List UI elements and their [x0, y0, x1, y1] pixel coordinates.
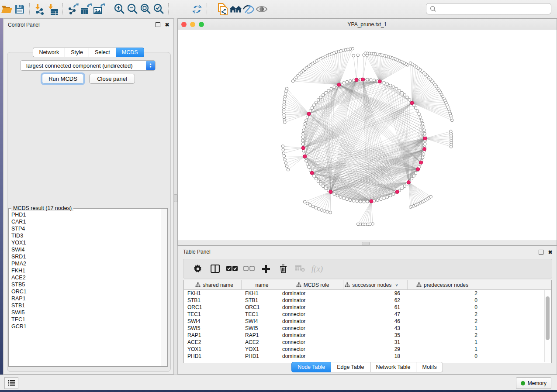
mcds-list-scrollbar[interactable] — [161, 209, 167, 366]
mcds-node-item[interactable]: SWI4 — [11, 246, 161, 253]
horizontal-splitter[interactable] — [178, 241, 557, 245]
tab-mcds[interactable]: MCDS — [116, 48, 144, 57]
column-header-shared-name[interactable]: shared name — [184, 280, 242, 289]
column-header-MCDS-role[interactable]: MCDS role — [279, 280, 343, 289]
export-image-icon[interactable] — [93, 3, 106, 16]
mcds-node-item[interactable]: SWI5 — [11, 309, 161, 316]
tab-network-table[interactable]: Network Table — [370, 362, 416, 372]
table-settings-icon[interactable] — [191, 263, 204, 275]
import-table-icon[interactable] — [46, 3, 59, 16]
import-network-icon[interactable] — [33, 3, 46, 16]
sort-descending-icon: ∨ — [395, 282, 398, 287]
mcds-node-item[interactable]: RAP1 — [11, 295, 161, 302]
mcds-node-item[interactable]: GCR1 — [11, 323, 161, 330]
table-cell: 1 — [408, 339, 483, 345]
export-session-icon[interactable] — [216, 3, 229, 16]
optimization-criterion-select[interactable]: largest connected component (undirected)… — [20, 60, 156, 71]
mcds-node-item[interactable]: FKH1 — [11, 267, 161, 274]
column-header-name[interactable]: name — [242, 280, 279, 289]
table-cell: YOX1 — [242, 346, 279, 352]
network-canvas[interactable] — [178, 30, 557, 241]
zoom-selected-icon[interactable] — [152, 3, 165, 16]
mcds-node-item[interactable]: YOX1 — [11, 239, 161, 246]
mcds-node-item[interactable]: PHD1 — [11, 211, 161, 218]
close-panel-icon[interactable]: ✖ — [547, 249, 553, 255]
table-cell: ORC1 — [242, 304, 279, 310]
table-cell: connector — [279, 346, 343, 352]
mcds-node-item[interactable]: TEC1 — [11, 316, 161, 323]
mcds-node-item[interactable]: SRD1 — [11, 253, 161, 260]
select-all-rows-icon[interactable] — [225, 263, 239, 275]
table-cell: FKH1 — [184, 290, 242, 296]
column-header-predecessor-nodes[interactable]: predecessor nodes — [408, 280, 483, 289]
column-header-filler — [483, 280, 551, 289]
table-row[interactable]: FKH1FKH1dominator962 — [184, 290, 551, 297]
memory-button[interactable]: Memory — [516, 377, 551, 389]
delete-column-icon[interactable] — [277, 263, 290, 275]
table-row[interactable]: SWI4SWI4dominator462 — [184, 318, 551, 325]
network-window-titlebar[interactable]: YPA_prune.txt_1 — [178, 19, 557, 30]
column-header-label: shared name — [203, 282, 233, 288]
table-row[interactable]: PHD1PHD1dominator180 — [184, 353, 551, 360]
open-file-icon[interactable] — [0, 3, 13, 16]
table-row[interactable]: TEC1TEC1connector472 — [184, 311, 551, 318]
mcds-node-item[interactable]: STB5 — [11, 281, 161, 288]
add-column-icon[interactable] — [259, 263, 273, 275]
tab-network[interactable]: Network — [33, 48, 65, 57]
export-table-icon[interactable] — [80, 3, 93, 16]
toolbar-separator — [207, 3, 208, 15]
mcds-node-item[interactable]: TID3 — [11, 232, 161, 239]
table-cell: 2 — [408, 332, 483, 338]
float-panel-icon[interactable] — [538, 249, 544, 255]
tab-node-table[interactable]: Node Table — [291, 362, 331, 372]
mcds-node-item[interactable]: ACE2 — [11, 274, 161, 281]
table-scrollbar[interactable] — [544, 290, 551, 362]
tab-select[interactable]: Select — [89, 48, 116, 57]
mcds-node-item[interactable]: STB1 — [11, 302, 161, 309]
deselect-all-rows-icon[interactable] — [242, 263, 256, 275]
mcds-node-item[interactable]: ORC1 — [11, 288, 161, 295]
run-mcds-button[interactable]: Run MCDS — [42, 74, 84, 84]
table-cell: dominator — [279, 290, 343, 296]
table-row[interactable]: ORC1ORC1dominator610 — [184, 304, 551, 311]
network-canvas-svg — [178, 30, 557, 241]
control-panel-tabs: NetworkStyleSelectMCDS — [3, 48, 173, 57]
table-row[interactable]: SWI5SWI5connector431 — [184, 325, 551, 332]
tab-edge-table[interactable]: Edge Table — [331, 362, 370, 372]
close-panel-icon[interactable]: ✖ — [164, 22, 170, 28]
list-icon — [8, 380, 15, 386]
style-preview-icon[interactable] — [242, 3, 255, 16]
task-history-button[interactable] — [4, 377, 18, 389]
table-row[interactable]: STB1STB1dominator620 — [184, 297, 551, 304]
mcds-node-item[interactable]: PMA2 — [11, 260, 161, 267]
scrollbar-thumb[interactable] — [546, 296, 550, 340]
close-panel-button[interactable]: Close panel — [89, 74, 135, 84]
table-row[interactable]: ACE2ACE2connector311 — [184, 339, 551, 346]
splitter-handle[interactable] — [362, 242, 370, 245]
export-network-icon[interactable] — [66, 3, 80, 16]
column-header-successor-nodes[interactable]: successor nodes∨ — [343, 280, 408, 289]
vertical-splitter[interactable] — [174, 18, 177, 375]
search-input[interactable] — [439, 5, 551, 12]
zoom-in-icon[interactable] — [113, 3, 126, 16]
table-panel: Table Panel ✖ f(x) shared namenameMCDS r… — [177, 246, 557, 375]
network-window-title: YPA_prune.txt_1 — [178, 21, 557, 28]
mcds-node-item[interactable]: STP4 — [11, 225, 161, 232]
zoom-out-icon[interactable] — [126, 3, 139, 16]
tab-motifs[interactable]: Motifs — [416, 362, 443, 372]
column-panel-icon[interactable] — [208, 263, 221, 275]
open-session-home-icon[interactable] — [229, 3, 242, 16]
tab-style[interactable]: Style — [65, 48, 89, 57]
table-cell: connector — [279, 311, 343, 317]
splitter-handle[interactable] — [174, 194, 177, 202]
show-hide-eye-icon[interactable] — [255, 3, 268, 16]
search-box[interactable] — [426, 3, 551, 14]
table-row[interactable]: RAP1RAP1dominator352 — [184, 332, 551, 339]
save-session-icon[interactable] — [13, 3, 26, 16]
float-panel-icon[interactable] — [155, 22, 161, 28]
refresh-view-icon[interactable] — [190, 3, 204, 16]
zoom-fit-icon[interactable] — [139, 3, 152, 16]
mcds-node-item[interactable]: CAR1 — [11, 218, 161, 225]
table-cell: ACE2 — [242, 339, 279, 345]
table-row[interactable]: YOX1YOX1connector291 — [184, 346, 551, 353]
